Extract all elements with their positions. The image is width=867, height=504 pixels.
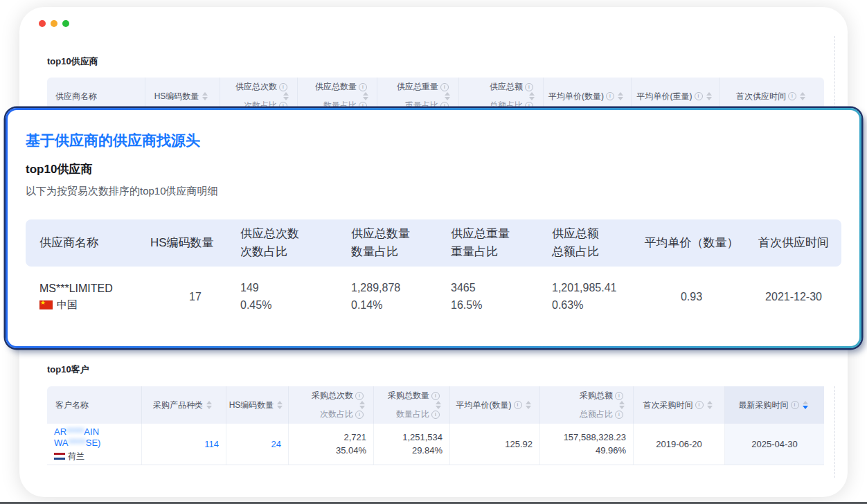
- header-label-row: 采购总数量i: [377, 390, 447, 401]
- header-label: 首次供应时间: [736, 91, 786, 102]
- info-icon[interactable]: i: [525, 83, 533, 91]
- info-icon[interactable]: i: [788, 92, 796, 100]
- zoom-button[interactable]: [62, 20, 69, 27]
- sort-icon[interactable]: [277, 401, 283, 409]
- info-icon[interactable]: i: [355, 392, 364, 400]
- cell-value: 17: [189, 289, 202, 305]
- sort-icon[interactable]: [529, 92, 535, 100]
- header-label: 供应商名称: [39, 236, 98, 249]
- callout-subtitle: 以下为按贸易次数排序的top10供应商明细: [26, 183, 841, 199]
- sort-icon[interactable]: [526, 401, 531, 409]
- flag-star: ★: [40, 300, 46, 307]
- cell-value: 125.92: [505, 438, 533, 451]
- header-label: 平均单价(数量): [548, 91, 604, 102]
- cell-value: 1,251,534: [402, 431, 443, 444]
- sort-up-icon: [619, 401, 625, 404]
- info-icon[interactable]: i: [359, 83, 367, 91]
- header-label: 供应总额: [552, 227, 599, 240]
- data-cell: 125.92: [450, 424, 540, 465]
- info-icon[interactable]: i: [615, 392, 623, 400]
- header-sort-row: [380, 92, 456, 100]
- info-icon[interactable]: i: [695, 92, 703, 100]
- sort-icon[interactable]: [445, 92, 450, 100]
- table-scroll-divider: [834, 36, 835, 115]
- sort-down-icon: [202, 97, 208, 100]
- data-cell: 2019-06-20: [634, 424, 725, 465]
- cell-value: 2021-12-30: [765, 289, 822, 305]
- data-cell[interactable]: 24: [226, 424, 289, 465]
- cell-value: 0.14%: [351, 297, 451, 313]
- info-icon[interactable]: i: [695, 401, 704, 409]
- sort-icon[interactable]: [359, 401, 365, 409]
- minimize-button[interactable]: [51, 20, 57, 27]
- data-cell: 1,201,985.410.63%: [552, 280, 634, 313]
- entity-name-line: AR*****AIN: [54, 426, 134, 438]
- sort-icon[interactable]: [618, 92, 623, 100]
- header-label: 采购总次数: [312, 390, 353, 401]
- header-label: 供应总次数: [235, 82, 277, 92]
- info-icon[interactable]: i: [791, 401, 799, 409]
- sort-icon[interactable]: [706, 92, 712, 100]
- header-sublabel: 次数占比: [320, 409, 353, 420]
- column-header: 平均单价(数量)i: [450, 386, 540, 424]
- china-flag-icon: ★: [39, 300, 53, 309]
- info-icon[interactable]: i: [514, 401, 522, 409]
- cell-value: 1,289,878: [351, 280, 451, 296]
- name-text: MS***LIMITED: [39, 282, 113, 294]
- entity-name: MS***LIMITED: [39, 281, 150, 296]
- redacted-text: *****: [68, 438, 85, 448]
- data-cell[interactable]: 114: [142, 424, 226, 465]
- info-icon[interactable]: i: [279, 83, 287, 91]
- sort-up-icon: [283, 92, 289, 96]
- header-label-row: HS编码数量: [229, 400, 285, 411]
- close-button[interactable]: [39, 20, 46, 27]
- entity-name[interactable]: AR*****AINWA*****SE): [54, 426, 134, 449]
- window-controls: [39, 20, 69, 27]
- supplier-section-title: top10供应商: [47, 55, 98, 68]
- entity-name-line: WA*****SE): [54, 438, 134, 449]
- header-label: 采购总数量: [388, 390, 429, 401]
- overlay-column-header: HS编码数量: [150, 234, 240, 252]
- redacted-text: *****: [66, 426, 84, 437]
- info-icon[interactable]: i: [431, 392, 440, 400]
- header-sublabel: 总额占比: [552, 243, 634, 261]
- info-icon[interactable]: i: [355, 411, 364, 419]
- header-label-row: 供应总重量i: [380, 82, 456, 92]
- cell-value: 157,588,328.23: [564, 431, 626, 444]
- header-label-row: 供应总数量i: [301, 82, 374, 92]
- entity-name-line: MS***LIMITED: [39, 281, 150, 296]
- info-icon[interactable]: i: [606, 92, 614, 100]
- sort-icon[interactable]: [707, 401, 713, 409]
- header-label: 供应总数量: [315, 82, 357, 92]
- sort-up-icon: [445, 92, 450, 96]
- header-sublabel: 数量占比: [351, 243, 451, 261]
- info-icon[interactable]: i: [615, 411, 623, 419]
- header-sublabel: 次数占比: [240, 243, 351, 261]
- column-header: 采购产品种类: [142, 386, 226, 424]
- customer-section-title: top10客户: [47, 363, 89, 376]
- sort-up-icon: [618, 92, 623, 96]
- overlay-column-header: 供应总数量数量占比: [351, 225, 451, 261]
- info-icon[interactable]: i: [440, 83, 449, 91]
- page: top10供应商 供应商名称HS编码数量供应总次数i次数占比i供应总数量i数量占…: [0, 0, 867, 504]
- sort-down-icon: [706, 97, 712, 100]
- cell-value: 2019-06-20: [656, 438, 702, 451]
- sort-icon[interactable]: [206, 401, 212, 409]
- cell-value: 29.84%: [412, 444, 443, 457]
- header-sublabel-row: 总额占比i: [543, 409, 630, 420]
- header-sort-row: [462, 92, 540, 100]
- sort-icon[interactable]: [803, 401, 808, 409]
- sort-icon[interactable]: [202, 92, 208, 100]
- sort-icon[interactable]: [283, 92, 289, 100]
- sort-icon[interactable]: [800, 92, 805, 100]
- sort-icon[interactable]: [619, 401, 625, 409]
- sort-icon[interactable]: [363, 92, 368, 100]
- sort-icon[interactable]: [436, 401, 441, 409]
- cell-value: 35.04%: [336, 444, 366, 457]
- cell-value: 114: [204, 438, 219, 451]
- header-sort-row: [543, 401, 630, 409]
- header-sublabel: 重量占比: [451, 243, 552, 261]
- info-icon[interactable]: i: [431, 411, 440, 419]
- cell-value: 1,201,985.41: [552, 280, 634, 296]
- customer-table: 客户名称采购产品种类HS编码数量采购总次数i次数占比i采购总数量i数量占比i平均…: [47, 386, 824, 465]
